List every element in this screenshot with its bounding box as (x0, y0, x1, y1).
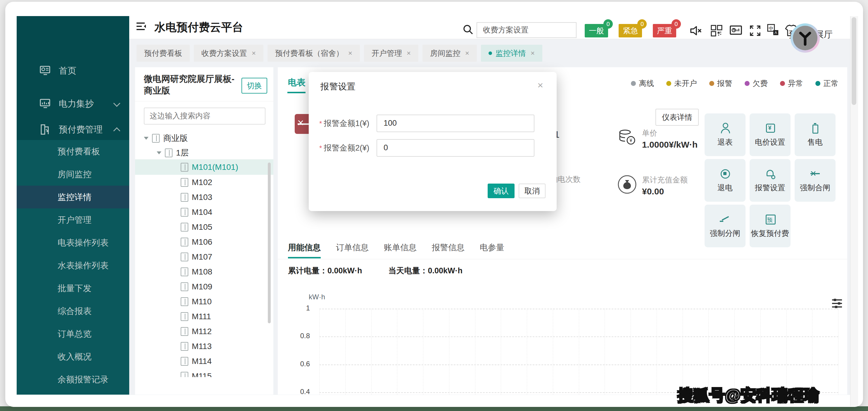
tree-node-label: M103 (192, 193, 212, 202)
alarm-badge[interactable]: 一般 0 (585, 24, 608, 37)
usage-tab[interactable]: 订单信息 (336, 242, 369, 258)
tree-node-root[interactable]: 商业版 (144, 131, 188, 146)
nav-tab[interactable]: 开户管理 × (364, 45, 418, 62)
sidebar-submenu-item[interactable]: 水表操作列表 (17, 254, 129, 277)
sidebar-submenu-label: 电表操作列表 (58, 238, 108, 247)
usage-tab[interactable]: 用能信息 (288, 242, 321, 258)
tree-node-meter[interactable]: M104 (135, 204, 273, 220)
legend-label: 欠费 (752, 78, 768, 89)
meter-action-button[interactable]: 恢复预付费 (750, 204, 790, 247)
meter-action-button[interactable]: 退电 (705, 159, 745, 202)
dashboard-screen-icon[interactable] (729, 24, 743, 37)
tree-node-meter[interactable]: M114 (135, 354, 273, 369)
scrollbar-thumb[interactable] (851, 17, 856, 105)
tree-node-meter[interactable]: M115 (135, 369, 273, 377)
chart-toolbox-icon[interactable] (831, 297, 843, 310)
device-tree-panel: 微电网研究院展厅展板-商业版 切换 商业版 1层 M101(M101) M102… (135, 67, 273, 394)
caret-down-icon[interactable] (157, 151, 161, 154)
sidebar-submenu-item[interactable]: 监控详情 (17, 186, 129, 209)
page-scrollbar[interactable] (850, 16, 858, 406)
nav-tab[interactable]: 收费方案设置 × (194, 45, 264, 62)
tree-node-meter[interactable]: M109 (135, 279, 273, 294)
global-search-input[interactable] (483, 25, 571, 35)
tab-close-icon[interactable]: × (465, 45, 469, 62)
tab-electric-meter[interactable]: 电表 (288, 76, 306, 89)
sidebar-item-power-reading[interactable]: 电力集抄 (17, 93, 129, 114)
translate-icon[interactable]: 中A (767, 23, 780, 37)
tree-node-meter[interactable]: M110 (135, 294, 273, 309)
tab-close-icon[interactable]: × (348, 45, 352, 62)
tree-node-meter[interactable]: M112 (135, 324, 273, 339)
modal-close-icon[interactable]: × (537, 80, 543, 90)
tree-node-label: M112 (192, 327, 212, 336)
tab-close-icon[interactable]: × (531, 45, 535, 62)
meter-action-button[interactable]: 强制分闸 (705, 204, 745, 247)
nav-tab[interactable]: 预付费看板 × (136, 45, 190, 62)
sidebar-submenu-item[interactable]: 余额报警记录 (17, 368, 129, 391)
legend-item: 离线 (631, 78, 654, 89)
tree-node-meter[interactable]: M108 (135, 264, 273, 279)
meter-action-button[interactable]: 报警设置 (750, 159, 790, 202)
tree-node-meter[interactable]: M103 (135, 190, 273, 204)
avatar[interactable] (790, 23, 820, 53)
collapse-menu-icon[interactable] (135, 20, 149, 33)
nav-tab[interactable]: 预付费看板（宿舍） × (268, 45, 360, 62)
apps-grid-icon[interactable] (710, 24, 723, 37)
cancel-button[interactable]: 取消 (519, 184, 546, 198)
tree-node-label: M113 (192, 342, 212, 351)
meter-action-button[interactable]: 电价设置 (750, 114, 790, 156)
nav-tab[interactable]: 监控详情 × (481, 45, 542, 62)
tree-scrollbar[interactable] (268, 162, 271, 323)
nav-tab[interactable]: 房间监控 × (423, 45, 477, 62)
tree-node-meter[interactable]: M113 (135, 339, 273, 354)
meter-action-button[interactable]: 强制合闸 (795, 159, 836, 202)
tree-node-selected-meter[interactable]: M101(M101) (135, 159, 273, 175)
meter-action-button[interactable]: 售电 (795, 114, 836, 156)
sidebar-submenu-item[interactable]: 开户管理 (17, 209, 129, 231)
alarm-badge[interactable]: 严重 0 (653, 24, 676, 37)
tree-node-meter[interactable]: M106 (135, 234, 273, 249)
meter-node-icon (181, 163, 188, 171)
sidebar-submenu-item[interactable]: 销户记录查询 (17, 391, 129, 394)
alarm-settings-modal: 报警设置 × *报警金额1(¥) *报警金额2(¥) 确认 取消 (309, 72, 557, 211)
sidebar-submenu-item[interactable]: 收入概况 (17, 345, 129, 368)
meter-node-icon (181, 357, 188, 366)
alarm-amount1-input[interactable] (383, 118, 527, 128)
sidebar-submenu-item[interactable]: 综合报表 (17, 299, 129, 322)
mute-speaker-icon[interactable] (689, 24, 703, 37)
tab-close-icon[interactable]: × (252, 45, 256, 62)
tree-node-meter[interactable]: M102 (135, 175, 273, 190)
sidebar-item-prepay-mgmt[interactable]: 预付费管理 (17, 119, 129, 140)
app-title: 水电预付费云平台 (154, 20, 243, 35)
switch-project-button[interactable]: 切换 (242, 78, 267, 94)
sidebar-item-home[interactable]: 首页 (17, 60, 129, 81)
fullscreen-icon[interactable] (748, 24, 762, 37)
y-axis-tick: 1 (289, 304, 310, 312)
tree-node-floor[interactable]: 1层 (157, 146, 189, 160)
tree-node-meter[interactable]: M107 (135, 249, 273, 264)
meter-detail-button[interactable]: 仪表详情 (655, 109, 699, 126)
active-tab-dot (489, 52, 492, 55)
building-node-icon (165, 149, 173, 157)
usage-tab[interactable]: 报警信息 (432, 242, 465, 258)
meter-action-button[interactable]: 退表 (705, 114, 745, 156)
tree-search-input[interactable] (149, 111, 258, 121)
meter-node-icon (181, 193, 188, 202)
alarm-badge[interactable]: 紧急 0 (619, 24, 642, 37)
meter-node-icon (181, 223, 188, 231)
sidebar-submenu-item[interactable]: 订单总览 (17, 322, 129, 345)
usage-tab[interactable]: 电参量 (480, 242, 504, 258)
tree-node-meter[interactable]: M111 (135, 309, 273, 324)
usage-tab[interactable]: 账单信息 (384, 242, 416, 258)
tree-node-meter[interactable]: M105 (135, 220, 273, 234)
sidebar-submenu-item[interactable]: 批量下发 (17, 277, 129, 299)
sidebar-submenu-item[interactable]: 预付费看板 (17, 140, 129, 163)
caret-down-icon[interactable] (144, 137, 149, 140)
search-icon[interactable] (461, 23, 475, 36)
confirm-button[interactable]: 确认 (488, 184, 515, 198)
tab-close-icon[interactable]: × (407, 45, 411, 62)
alarm-amount2-input[interactable] (383, 143, 527, 153)
sidebar-submenu-item[interactable]: 房间监控 (17, 163, 129, 186)
alarm-amount1-field (377, 115, 534, 132)
sidebar-submenu-item[interactable]: 电表操作列表 (17, 231, 129, 254)
